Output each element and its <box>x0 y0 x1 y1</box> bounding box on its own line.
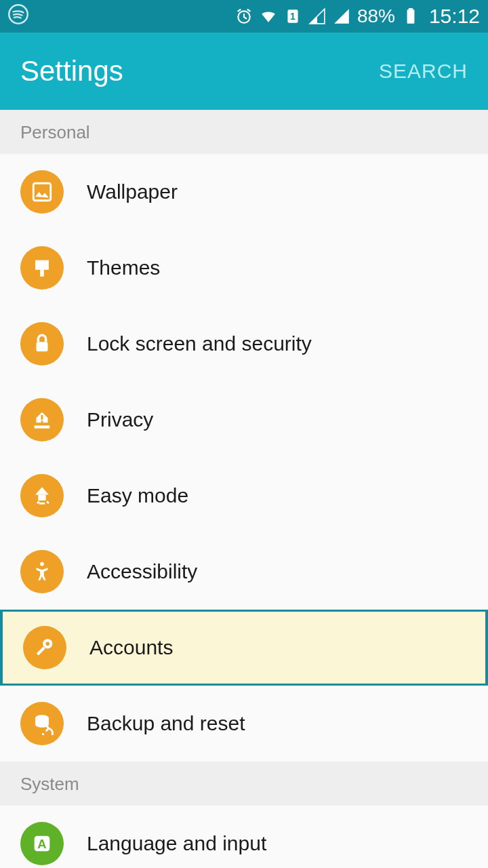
svg-text:1: 1 <box>290 11 296 22</box>
status-bar: 1 88% 15:12 <box>0 0 488 33</box>
list-item-easy-mode[interactable]: Easy mode <box>0 458 488 534</box>
list-item-themes[interactable]: Themes <box>0 230 488 306</box>
svg-rect-11 <box>41 420 43 422</box>
wifi-icon <box>260 7 277 25</box>
list-item-lock-security[interactable]: Lock screen and security <box>0 306 488 382</box>
list-item-label: Language and input <box>87 832 266 855</box>
language-icon: A <box>20 822 64 865</box>
privacy-icon <box>20 398 64 441</box>
wallpaper-icon <box>20 170 64 214</box>
svg-text:A: A <box>37 837 46 851</box>
section-header-system: System <box>0 762 488 806</box>
list-item-privacy[interactable]: Privacy <box>0 382 488 458</box>
settings-list: Personal Wallpaper Themes Lock screen an… <box>0 110 488 868</box>
search-button[interactable]: SEARCH <box>379 60 468 83</box>
list-item-language-input[interactable]: A Language and input <box>0 806 488 868</box>
battery-percentage: 88% <box>357 5 395 27</box>
list-item-label: Accessibility <box>87 560 197 583</box>
svg-point-14 <box>45 642 49 646</box>
list-item-backup-reset[interactable]: Backup and reset <box>0 686 488 762</box>
app-bar: Settings SEARCH <box>0 33 488 110</box>
page-title: Settings <box>20 55 123 87</box>
list-item-accessibility[interactable]: Accessibility <box>0 534 488 610</box>
svg-rect-15 <box>37 646 45 655</box>
accounts-icon <box>23 626 66 669</box>
signal2-icon <box>333 7 350 25</box>
alarm-icon <box>235 7 253 25</box>
list-item-label: Accounts <box>89 636 173 659</box>
status-clock: 15:12 <box>429 5 480 28</box>
svg-rect-10 <box>41 415 43 420</box>
list-item-accounts[interactable]: Accounts <box>0 610 488 686</box>
list-item-label: Themes <box>87 256 160 279</box>
backup-icon <box>20 702 64 745</box>
list-item-label: Backup and reset <box>87 712 245 735</box>
accessibility-icon <box>20 550 64 593</box>
battery-icon <box>402 7 420 25</box>
sim1-icon: 1 <box>284 7 302 25</box>
list-item-label: Privacy <box>87 408 153 431</box>
svg-rect-8 <box>40 270 44 277</box>
signal1-icon <box>308 7 326 25</box>
themes-icon <box>20 246 64 290</box>
svg-rect-6 <box>33 183 51 201</box>
list-item-wallpaper[interactable]: Wallpaper <box>0 154 488 230</box>
svg-rect-12 <box>38 495 45 501</box>
svg-rect-5 <box>409 8 413 10</box>
spotify-icon <box>8 4 28 29</box>
lock-icon <box>20 322 64 366</box>
list-item-label: Easy mode <box>87 484 188 507</box>
list-item-label: Wallpaper <box>87 180 178 203</box>
svg-rect-9 <box>37 342 48 351</box>
list-item-label: Lock screen and security <box>87 332 312 355</box>
svg-rect-4 <box>407 9 415 24</box>
svg-rect-7 <box>35 260 49 270</box>
section-header-personal: Personal <box>0 110 488 154</box>
easy-mode-icon <box>20 474 64 517</box>
